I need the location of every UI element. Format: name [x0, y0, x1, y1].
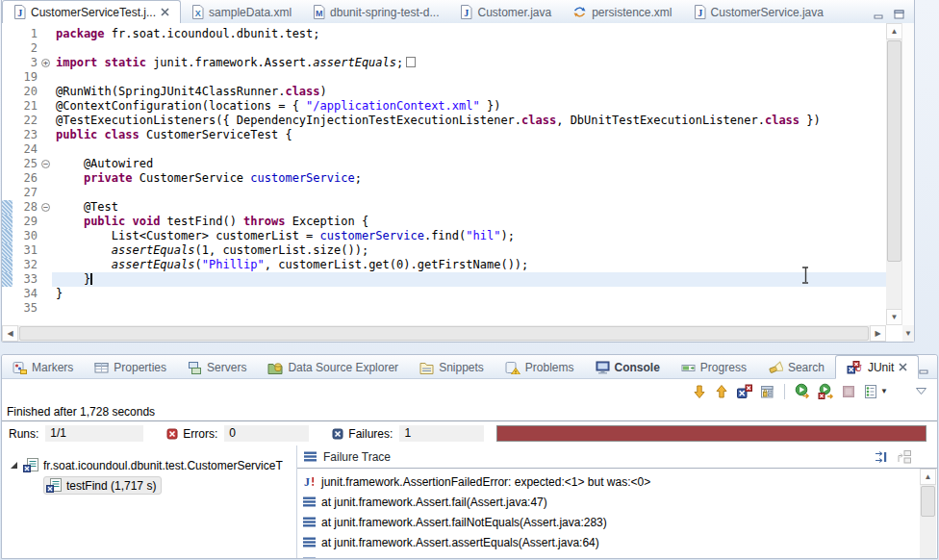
stop-test-icon[interactable] [841, 384, 856, 399]
code-line[interactable]: 35 [2, 301, 886, 316]
code-text[interactable]: assertEquals(1, customerList.size()); [52, 243, 886, 258]
stack-trace-line[interactable]: at junit.framework.Assert.assertEquals(A… [297, 532, 937, 552]
minimize-icon[interactable] [874, 10, 884, 19]
code-line[interactable]: 32 assertEquals("Phillip", customerList.… [2, 258, 886, 272]
view-tab-problems[interactable]: Problems [495, 356, 585, 378]
maximize-icon[interactable] [894, 10, 904, 19]
code-line[interactable]: 25− @Autowired [2, 157, 886, 171]
expand-arrow-icon[interactable] [11, 462, 17, 469]
code-text[interactable]: public class CustomerServiceTest { [52, 128, 886, 142]
code-line[interactable]: 28− @Test [2, 200, 886, 215]
show-failures-only-icon[interactable] [736, 384, 752, 399]
quick-diff-column [2, 85, 13, 99]
view-tab-data-source-explorer[interactable]: Data Source Explorer [257, 356, 409, 378]
dropdown-arrow-icon[interactable]: ▼ [880, 387, 888, 395]
code-text[interactable] [52, 301, 886, 316]
code-text[interactable]: @TestExecutionListeners({ DependencyInje… [52, 114, 886, 128]
view-menu-icon[interactable] [915, 387, 927, 395]
scroll-lock-icon[interactable] [759, 384, 774, 399]
code-line[interactable]: 24 [2, 142, 886, 157]
code-line[interactable]: 34} [2, 287, 886, 301]
view-tab-console[interactable]: Console [585, 356, 671, 378]
view-tab-properties[interactable]: Properties [84, 356, 177, 378]
code-text[interactable]: import static junit.framework.Assert.ass… [52, 56, 886, 70]
code-line[interactable]: 30 List<Customer> customerList = custome… [2, 229, 886, 243]
code-text[interactable]: } [52, 287, 886, 301]
rerun-failed-tests-icon[interactable] [818, 383, 834, 399]
close-icon[interactable] [899, 363, 907, 371]
stack-trace-line[interactable]: at junit.framework.Assert.assertEquals(A… [297, 552, 937, 558]
code-text[interactable]: package fr.soat.icoundoul.dbunit.test; [52, 27, 886, 41]
code-text[interactable]: public void testFind() throws Exception … [52, 215, 886, 229]
code-text[interactable] [52, 142, 886, 157]
test-run-history-icon[interactable]: ▼ [863, 384, 888, 399]
code-text[interactable] [52, 41, 886, 56]
fold-collapse-icon[interactable]: − [41, 160, 50, 168]
code-line[interactable]: 19 [2, 70, 886, 85]
editor-tab[interactable]: persistence.xml [562, 1, 682, 23]
scrollbar-thumb[interactable] [921, 486, 935, 517]
code-text[interactable]: @RunWith(SpringJUnit4ClassRunner.class) [52, 85, 886, 99]
code-text[interactable] [52, 186, 886, 200]
code-line[interactable]: 26 private CustomerService customerServi… [2, 171, 886, 186]
code-text[interactable]: @ContextConfiguration(locations = { "/ap… [52, 99, 886, 114]
code-line[interactable]: 33 } [2, 272, 886, 287]
stack-trace-line[interactable]: at junit.framework.Assert.fail(Assert.ja… [297, 492, 937, 512]
code-line[interactable]: 3+import static junit.framework.Assert.a… [2, 56, 886, 70]
previous-failed-test-icon[interactable] [714, 384, 729, 399]
code-line[interactable]: 1package fr.soat.icoundoul.dbunit.test; [2, 27, 886, 41]
code-text[interactable]: private CustomerService customerService; [52, 171, 886, 186]
view-tab-snippets[interactable]: Snippets [409, 356, 495, 378]
view-tab-junit[interactable]: UJUnit [835, 355, 919, 379]
scroll-up-icon[interactable]: ▲ [886, 23, 902, 39]
scroll-down-icon[interactable]: ▼ [902, 325, 914, 342]
view-tab-servers[interactable]: Servers [177, 356, 257, 378]
test-suite-row[interactable]: fr.soat.icoundoul.dbunit.test.CustomerSe… [2, 455, 296, 475]
code-line[interactable]: 20@RunWith(SpringJUnit4ClassRunner.class… [2, 85, 886, 99]
code-line[interactable]: 2 [2, 41, 886, 56]
scroll-left-icon[interactable]: ◀ [2, 325, 18, 342]
scroll-down-icon[interactable]: ▼ [886, 309, 902, 325]
code-editor[interactable]: 1package fr.soat.icoundoul.dbunit.test;2… [2, 23, 914, 325]
trace-vertical-scrollbar[interactable]: ▲ [920, 469, 936, 558]
close-icon[interactable] [161, 8, 169, 16]
code-text[interactable]: List<Customer> customerList = customerSe… [52, 229, 886, 243]
rerun-test-icon[interactable] [795, 383, 811, 399]
code-text[interactable] [52, 70, 886, 85]
test-method-icon [46, 478, 62, 493]
editor-tab[interactable]: JCustomerService.java [683, 1, 834, 23]
code-line[interactable]: 23public class CustomerServiceTest { [2, 128, 886, 142]
editor-tab[interactable]: XsampleData.xml [181, 1, 302, 23]
code-line[interactable]: 29 public void testFind() throws Excepti… [2, 215, 886, 229]
code-text[interactable]: @Autowired [52, 157, 886, 171]
scroll-up-icon[interactable]: ▲ [920, 469, 936, 485]
editor-tab[interactable]: Mdbunit-spring-test-d... [302, 1, 449, 23]
editor-vertical-scrollbar[interactable]: ▲ ▼ [886, 23, 902, 325]
code-line[interactable]: 21@ContextConfiguration(locations = { "/… [2, 99, 886, 114]
next-failed-test-icon[interactable] [692, 384, 707, 399]
minimize-icon[interactable] [919, 365, 929, 374]
filter-stack-trace-icon[interactable] [874, 449, 890, 465]
code-line[interactable]: 27 [2, 186, 886, 200]
test-method-row[interactable]: testFind (1,717 s) [2, 475, 296, 496]
code-line[interactable]: 31 assertEquals(1, customerList.size()); [2, 243, 886, 258]
overview-ruler[interactable] [901, 23, 914, 325]
stack-trace-line[interactable]: Jjunit.framework.AssertionFailedError: e… [297, 471, 937, 492]
view-tab-markers[interactable]: Markers [2, 356, 84, 378]
editor-tab[interactable]: JCustomerServiceTest.j... [2, 0, 181, 24]
fold-expand-icon[interactable]: + [41, 59, 50, 67]
code-line[interactable]: 22@TestExecutionListeners({ DependencyIn… [2, 114, 886, 128]
code-text[interactable]: @Test [52, 200, 886, 215]
fold-collapse-icon[interactable]: − [41, 203, 50, 212]
code-text[interactable]: assertEquals("Phillip", customerList.get… [52, 258, 886, 272]
stack-trace-line[interactable]: at junit.framework.Assert.failNotEquals(… [297, 512, 937, 532]
editor-horizontal-scrollbar[interactable]: ◀ ▶ [2, 325, 886, 342]
code-text[interactable]: } [52, 272, 886, 287]
view-tab-search[interactable]: Search [757, 356, 835, 378]
view-tab-progress[interactable]: Progress [671, 356, 757, 378]
scrollbar-thumb[interactable] [19, 326, 869, 341]
editor-tab[interactable]: JCustomer.java [449, 1, 562, 23]
scrollbar-thumb[interactable] [887, 40, 901, 262]
scroll-right-icon[interactable]: ▶ [870, 325, 886, 342]
compare-result-icon[interactable] [896, 449, 912, 465]
